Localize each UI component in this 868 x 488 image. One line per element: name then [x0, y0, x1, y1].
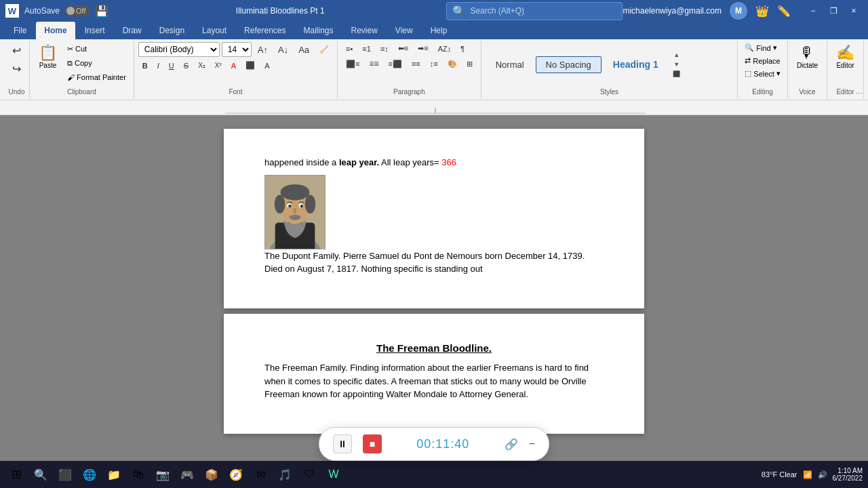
taskbar-mail[interactable]: ✉ — [250, 464, 271, 485]
tab-home[interactable]: Home — [36, 22, 75, 39]
copy-button[interactable]: ⧉ Copy — [64, 56, 130, 70]
decrease-indent-button[interactable]: ⬅≡ — [394, 42, 412, 55]
strikethrough-button[interactable]: S — [180, 60, 193, 72]
italic-button[interactable]: I — [153, 60, 163, 72]
collapse-ribbon-button[interactable]: ⋯ — [856, 89, 863, 97]
paste-button[interactable]: 📋 Paste — [34, 42, 62, 73]
styles-more-button[interactable]: ⬛ — [672, 70, 682, 78]
search-box[interactable]: 🔍 — [446, 2, 623, 20]
show-marks-button[interactable]: ¶ — [456, 42, 469, 55]
restore-button[interactable]: ❐ — [825, 4, 842, 18]
subscript-button[interactable]: X₂ — [194, 60, 210, 71]
tab-draw[interactable]: Draw — [115, 22, 150, 39]
taskbar-shield[interactable]: 🛡 — [298, 464, 320, 485]
taskbar-browser2[interactable]: 🧭 — [225, 464, 247, 485]
replace-button[interactable]: ⇄ Replace — [742, 55, 783, 66]
align-right-button[interactable]: ≡⬛ — [384, 57, 406, 70]
sort-button[interactable]: AZ↕ — [434, 42, 456, 55]
close-button[interactable]: × — [845, 4, 863, 18]
ribbon-tabs: File Home Insert Draw Design Layout Refe… — [0, 22, 868, 39]
start-button[interactable]: ⊞ — [5, 464, 27, 485]
taskbar-explorer[interactable]: 📁 — [103, 464, 125, 485]
tab-insert[interactable]: Insert — [77, 22, 113, 39]
line-spacing-button[interactable]: ↕≡ — [426, 57, 442, 70]
align-left-button[interactable]: ⬛≡ — [342, 57, 363, 70]
find-icon: 🔍 — [745, 43, 754, 52]
styles-label: Styles — [486, 87, 734, 97]
font-name-select[interactable]: Calibri (Body) — [138, 42, 220, 57]
align-center-button[interactable]: ≡≡ — [365, 57, 382, 70]
cut-button[interactable]: ✂ Cut — [64, 42, 130, 56]
decrease-font-button[interactable]: A↓ — [274, 43, 292, 57]
font-color-button[interactable]: A — [227, 60, 240, 72]
search-input[interactable] — [470, 6, 616, 16]
title-bar-left: W AutoSave Off 💾 Illuminati Bloodlines P… — [5, 4, 446, 18]
taskbar-edge[interactable]: 🌐 — [79, 464, 100, 485]
autosave-toggle[interactable]: Off — [65, 5, 90, 16]
audio-player: ⏸ ■ 00:11:40 🔗 − — [319, 427, 549, 461]
page1-text1: happened inside a — [264, 157, 339, 167]
tab-mailings[interactable]: Mailings — [295, 22, 341, 39]
page2-content: The Freeman Bloodline. The Freeman Famil… — [264, 341, 604, 401]
increase-indent-button[interactable]: ➡≡ — [414, 42, 432, 55]
document-title: Illuminati Bloodlines Pt 1 — [114, 6, 446, 16]
taskbar-store[interactable]: 🛍 — [127, 464, 149, 485]
text-color-button[interactable]: A — [260, 60, 273, 72]
voice-group: 🎙 Dictate Voice — [788, 41, 827, 98]
font-row2: B I U S X₂ X² A ⬛ A — [138, 59, 333, 72]
taskbar-task-view[interactable]: ⬛ — [54, 464, 76, 485]
page1-bold-text: leap year. — [339, 157, 379, 167]
paragraph-label: Paragraph — [342, 87, 477, 97]
style-no-spacing-button[interactable]: No Spacing — [536, 56, 601, 73]
dictate-button[interactable]: 🎙 Dictate — [792, 42, 823, 73]
user-avatar[interactable]: M — [730, 2, 747, 20]
save-button[interactable]: 💾 — [95, 5, 108, 18]
borders-button[interactable]: ⊞ — [462, 57, 477, 70]
editor-button[interactable]: ✍ Editor — [831, 42, 859, 73]
underline-button[interactable]: U — [165, 60, 178, 72]
styles-scroll-down[interactable]: ▼ — [672, 60, 682, 68]
shading-button[interactable]: 🎨 — [443, 57, 461, 70]
audio-pause-button[interactable]: ⏸ — [333, 434, 352, 453]
select-button[interactable]: ⬚ Select ▾ — [742, 68, 783, 79]
minimize-button[interactable]: − — [804, 4, 822, 18]
taskbar-photos[interactable]: 📷 — [152, 464, 174, 485]
taskbar-spotify[interactable]: 🎵 — [274, 464, 296, 485]
multilevel-list-button[interactable]: ≡↕ — [376, 42, 393, 55]
tab-references[interactable]: References — [236, 22, 294, 39]
highlight-button[interactable]: ⬛ — [241, 59, 259, 72]
svg-point-11 — [305, 195, 316, 213]
audio-link-button[interactable]: 🔗 — [505, 438, 518, 451]
font-case-button[interactable]: Aa — [294, 43, 313, 57]
numbering-button[interactable]: ≡1 — [358, 42, 375, 55]
bold-button[interactable]: B — [138, 60, 152, 72]
styles-scroll-up[interactable]: ▲ — [672, 51, 682, 59]
tab-layout[interactable]: Layout — [194, 22, 235, 39]
style-heading1-button[interactable]: Heading 1 — [603, 56, 669, 73]
find-button[interactable]: 🔍 Find ▾ — [742, 42, 779, 54]
format-painter-button[interactable]: 🖌 Format Painter — [64, 70, 130, 84]
audio-stop-button[interactable]: ■ — [363, 434, 382, 453]
font-size-select[interactable]: 14 — [222, 42, 252, 57]
tab-view[interactable]: View — [387, 22, 421, 39]
bullets-button[interactable]: ≡• — [342, 42, 357, 55]
taskbar-word[interactable]: W — [323, 464, 344, 485]
tab-file[interactable]: File — [5, 22, 35, 39]
tab-help[interactable]: Help — [422, 22, 456, 39]
taskbar-amazon[interactable]: 📦 — [201, 464, 222, 485]
tab-review[interactable]: Review — [343, 22, 386, 39]
superscript-button[interactable]: X² — [211, 60, 226, 71]
clear-formatting-button[interactable]: 🧹 — [315, 43, 333, 56]
paste-label: Paste — [39, 62, 57, 69]
taskbar-search[interactable]: 🔍 — [30, 464, 52, 485]
ruler-svg — [225, 101, 646, 115]
tab-design[interactable]: Design — [151, 22, 193, 39]
style-normal-button[interactable]: Normal — [486, 56, 534, 73]
increase-font-button[interactable]: A↑ — [254, 43, 272, 57]
justify-button[interactable]: ≡≡ — [408, 57, 425, 70]
undo-button[interactable]: ↩ — [8, 42, 25, 59]
audio-close-button[interactable]: − — [529, 438, 535, 450]
content-area[interactable]: happened inside a leap year. All leap ye… — [0, 115, 868, 481]
redo-button[interactable]: ↪ — [8, 60, 25, 77]
taskbar-gamepass[interactable]: 🎮 — [176, 464, 198, 485]
